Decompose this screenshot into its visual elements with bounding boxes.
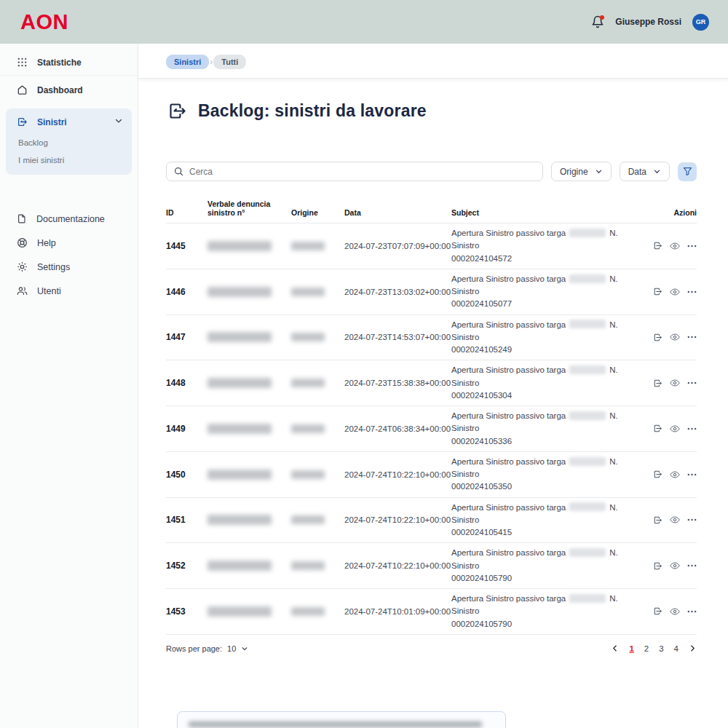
users-icon <box>17 285 28 296</box>
sidebar-item-help[interactable]: Help <box>0 231 138 255</box>
more-options-icon[interactable] <box>687 473 697 476</box>
redacted-origine <box>291 470 325 479</box>
sidebar-item-sinistri[interactable]: Sinistri <box>6 108 132 134</box>
page-number-4[interactable]: 4 <box>674 644 678 653</box>
top-header: AON Giuseppe Rossi GR <box>0 0 728 44</box>
sidebar-item-backlog[interactable]: Backlog <box>6 134 132 151</box>
sidebar-item-i-miei-sinistri[interactable]: I miei sinistri <box>6 151 132 169</box>
assign-claim-icon[interactable] <box>653 515 662 525</box>
view-claim-eye-icon[interactable] <box>670 606 680 617</box>
origine-filter-dropdown[interactable]: Origine <box>551 162 612 181</box>
more-options-icon[interactable] <box>687 564 697 567</box>
redacted-verbale <box>207 561 272 571</box>
document-icon <box>17 213 27 224</box>
table-row: 1448 2024-07-23T15:38:38+00:00 Apertura … <box>166 360 697 405</box>
sinistro-number: 0002024105350 <box>451 480 634 493</box>
redacted-origine <box>291 333 325 341</box>
assign-claim-icon[interactable] <box>653 470 662 479</box>
more-options-icon[interactable] <box>687 610 697 613</box>
assign-claim-icon[interactable] <box>653 561 662 571</box>
assign-claim-icon[interactable] <box>653 379 662 388</box>
breadcrumb: Sinistri › Tutti <box>138 44 728 79</box>
search-input[interactable] <box>189 167 535 177</box>
sinistro-number: 0002024105336 <box>451 435 634 448</box>
prev-page-icon[interactable] <box>611 644 619 652</box>
view-claim-eye-icon[interactable] <box>670 287 680 297</box>
sidebar-item-statistiche[interactable]: Statistiche <box>0 50 138 76</box>
more-options-icon[interactable] <box>687 336 697 339</box>
cell-origine <box>291 288 344 296</box>
view-claim-eye-icon[interactable] <box>670 378 680 388</box>
cell-verbale <box>207 241 291 251</box>
funnel-icon <box>683 167 692 176</box>
breadcrumb-item-tutti[interactable]: Tutti <box>213 55 246 69</box>
avatar[interactable]: GR <box>692 14 709 31</box>
redacted-verbale <box>207 606 272 617</box>
cell-id: 1448 <box>166 378 207 388</box>
view-claim-eye-icon[interactable] <box>670 241 680 251</box>
cell-subject: Apertura Sinistro passivo targaN. Sinist… <box>451 273 644 311</box>
sidebar-item-documentazione[interactable]: Documentazione <box>0 207 138 231</box>
assign-claim-icon[interactable] <box>653 424 662 433</box>
page-number-2[interactable]: 2 <box>644 644 649 653</box>
assign-claim-icon[interactable] <box>653 333 662 342</box>
more-options-icon[interactable] <box>687 381 697 384</box>
claim-transfer-icon <box>167 101 187 121</box>
breadcrumb-item-sinistri[interactable]: Sinistri <box>166 55 209 69</box>
table-row: 1453 2024-07-24T10:01:09+00:00 Apertura … <box>166 588 697 634</box>
table-row: 1450 2024-07-24T10:22:10+00:00 Apertura … <box>166 451 697 497</box>
more-options-icon[interactable] <box>687 245 697 248</box>
data-filter-dropdown[interactable]: Data <box>620 162 670 181</box>
chevron-down-icon <box>595 167 603 175</box>
sidebar-item-settings[interactable]: Settings <box>0 255 138 279</box>
sidebar: Statistiche Dashboard Sinistri Backlog I… <box>0 44 138 728</box>
page-number-3[interactable]: 3 <box>659 644 663 653</box>
assign-claim-icon[interactable] <box>653 287 662 296</box>
chevron-down-icon <box>241 645 248 652</box>
redacted-verbale <box>207 378 272 388</box>
redacted-targa <box>569 457 606 466</box>
sidebar-item-label: Help <box>37 238 56 248</box>
view-claim-eye-icon[interactable] <box>670 515 680 525</box>
next-page-icon[interactable] <box>689 644 697 652</box>
home-icon <box>17 84 28 95</box>
assign-claim-icon[interactable] <box>653 241 662 250</box>
sidebar-item-label: Documentazione <box>36 214 105 224</box>
sinistro-number: 0002024104572 <box>451 253 634 265</box>
view-claim-eye-icon[interactable] <box>670 561 680 571</box>
cell-data: 2024-07-24T10:22:10+00:00 <box>344 470 451 479</box>
cell-subject: Apertura Sinistro passivo targaN. Sinist… <box>451 456 644 494</box>
redacted-origine <box>291 288 325 296</box>
cell-verbale <box>207 561 291 571</box>
cell-actions <box>644 287 697 297</box>
page-number-1[interactable]: 1 <box>629 644 633 653</box>
view-claim-eye-icon[interactable] <box>670 470 680 480</box>
table-row: 1449 2024-07-24T06:38:34+00:00 Apertura … <box>166 405 697 451</box>
notifications-bell-icon[interactable] <box>591 15 604 28</box>
chevron-down-icon[interactable] <box>114 116 123 127</box>
more-options-icon[interactable] <box>687 427 697 430</box>
more-options-icon[interactable] <box>687 518 697 521</box>
cell-actions <box>644 470 697 480</box>
sidebar-item-dashboard[interactable]: Dashboard <box>0 77 138 103</box>
advanced-filter-button[interactable] <box>678 162 697 181</box>
sidebar-item-label: Utenti <box>37 286 61 296</box>
more-options-icon[interactable] <box>687 290 697 293</box>
view-claim-eye-icon[interactable] <box>670 332 680 342</box>
gear-icon <box>17 261 28 272</box>
cell-id: 1446 <box>166 287 207 297</box>
redacted-origine <box>291 379 325 387</box>
redacted-origine <box>291 515 325 524</box>
sidebar-item-utenti[interactable]: Utenti <box>0 279 138 303</box>
redacted-targa <box>569 274 606 283</box>
col-header-id: ID <box>166 208 207 217</box>
table-row: 1447 2024-07-23T14:53:07+00:00 Apertura … <box>166 314 697 360</box>
assign-claim-icon[interactable] <box>653 606 662 616</box>
view-claim-eye-icon[interactable] <box>670 424 680 434</box>
sinistro-number: 0002024105790 <box>451 572 634 585</box>
cell-id: 1452 <box>166 561 207 571</box>
rows-per-page-label: Rows per page: <box>166 644 222 653</box>
rows-per-page-control[interactable]: Rows per page: 10 <box>166 644 248 653</box>
origine-filter-label: Origine <box>560 167 588 177</box>
redacted-description-box <box>177 711 506 728</box>
